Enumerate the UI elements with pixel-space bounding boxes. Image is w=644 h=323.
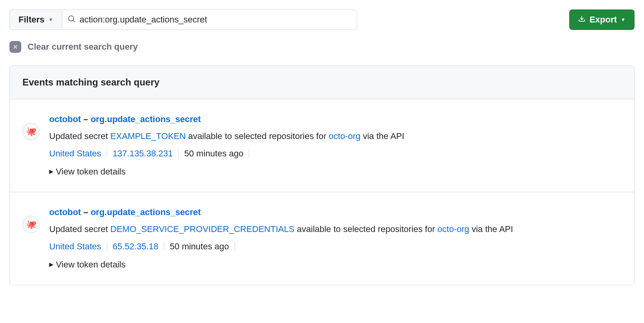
time-text: 50 minutes ago [170,239,229,254]
desc-suffix: via the API [469,224,513,234]
view-token-details[interactable]: ▶ View token details [49,164,126,179]
secret-link[interactable]: EXAMPLE_TOKEN [110,131,186,141]
clear-text: Clear current search query [28,42,138,52]
org-link[interactable]: octo-org [437,224,469,234]
time-text: 50 minutes ago [184,146,243,161]
event-body: octobot – org.update_actions_secret Upda… [49,112,622,179]
triangle-right-icon: ▶ [49,167,54,176]
event-body: octobot – org.update_actions_secret Upda… [49,205,622,272]
pipe-separator [249,149,249,158]
dash-separator: – [83,114,91,124]
desc-mid: available to selected repositories for [186,131,329,141]
panel-header: Events matching search query [10,66,634,99]
ip-link[interactable]: 137.135.38.231 [113,146,173,161]
location-link[interactable]: United States [49,239,101,254]
caret-down-icon: ▼ [621,17,625,22]
action-link[interactable]: org.update_actions_secret [91,114,201,124]
events-panel: Events matching search query 🐙 octobot –… [9,65,635,285]
action-link[interactable]: org.update_actions_secret [91,207,201,217]
triangle-right-icon: ▶ [49,260,54,269]
actor-link[interactable]: octobot [49,114,81,124]
pipe-separator [235,242,235,251]
details-label: View token details [56,164,126,179]
meta-row: United States 137.135.38.231 50 minutes … [49,146,622,161]
pipe-separator [178,149,179,158]
caret-down-icon: ▼ [48,17,53,22]
avatar-emoji: 🐙 [26,126,37,137]
event-title: octobot – org.update_actions_secret [49,205,622,219]
meta-row: United States 65.52.35.18 50 minutes ago [49,239,622,254]
location-link[interactable]: United States [49,146,101,161]
pipe-separator [164,242,164,251]
pipe-separator [107,149,107,158]
view-token-details[interactable]: ▶ View token details [49,257,126,272]
search-container[interactable] [62,9,357,30]
org-link[interactable]: octo-org [329,131,361,141]
avatar-emoji: 🐙 [26,219,37,230]
secret-link[interactable]: DEMO_SERVICE_PROVIDER_CREDENTIALS [110,224,294,234]
filters-button[interactable]: Filters ▼ [9,9,62,30]
pipe-separator [107,242,107,251]
desc-prefix: Updated secret [49,224,110,234]
filters-label: Filters [19,15,44,25]
ip-link[interactable]: 65.52.35.18 [113,239,158,254]
toolbar: Filters ▼ Export ▼ [9,9,635,30]
event-row: 🐙 octobot – org.update_actions_secret Up… [10,192,634,285]
export-label: Export [589,15,617,25]
search-icon [68,15,76,24]
avatar[interactable]: 🐙 [22,216,40,233]
event-title: octobot – org.update_actions_secret [49,112,622,126]
desc-mid: available to selected repositories for [294,224,437,234]
avatar[interactable]: 🐙 [22,123,40,140]
download-icon [578,15,585,25]
desc-prefix: Updated secret [49,131,110,141]
event-description: Updated secret DEMO_SERVICE_PROVIDER_CRE… [49,222,622,236]
details-label: View token details [56,257,126,272]
export-button[interactable]: Export ▼ [569,9,635,30]
event-row: 🐙 octobot – org.update_actions_secret Up… [10,99,634,192]
event-description: Updated secret EXAMPLE_TOKEN available t… [49,129,622,143]
search-input[interactable] [80,10,351,30]
desc-suffix: via the API [361,131,404,141]
actor-link[interactable]: octobot [49,207,81,217]
dash-separator: – [83,207,91,217]
clear-search-query[interactable]: Clear current search query [9,41,138,53]
close-icon [9,41,21,53]
